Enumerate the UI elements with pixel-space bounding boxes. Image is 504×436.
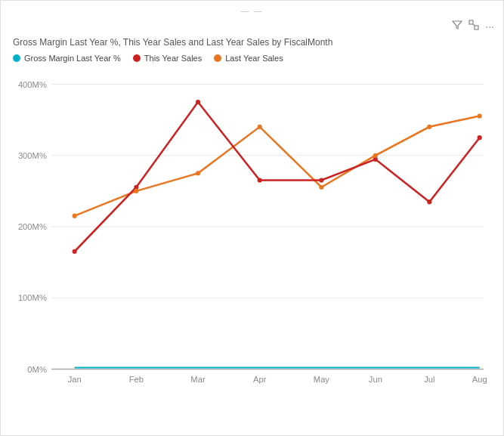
svg-text:0M%: 0M% [27,365,47,374]
legend-dot-last-year [214,54,221,62]
more-options-icon[interactable]: ··· [485,20,494,32]
filter-icon[interactable] [452,20,462,32]
legend-label-last-year: Last Year Sales [225,54,283,63]
focus-mode-icon[interactable] [468,20,479,32]
last-year-dot-mar [196,171,200,175]
this-year-dot-mar [196,100,200,104]
svg-text:Jun: Jun [369,375,382,384]
svg-text:400M%: 400M% [18,80,47,89]
last-year-dot-jul [427,125,431,129]
drag-dots-icon: — — [241,7,263,15]
legend-item-gross-margin: Gross Margin Last Year % [13,54,121,63]
chart-title: Gross Margin Last Year %, This Year Sale… [7,34,497,52]
last-year-dot-jun [373,153,378,158]
legend: Gross Margin Last Year % This Year Sales… [7,52,497,69]
this-year-dot-apr [258,178,262,182]
svg-text:May: May [314,375,330,384]
legend-dot-this-year [133,54,141,62]
last-year-sales-line [75,116,480,215]
svg-line-2 [473,24,475,26]
chart-container: — — ··· Gross Margin Last Year %, This Y… [0,0,504,436]
top-bar: ··· [7,18,497,34]
svg-text:100M%: 100M% [18,293,47,302]
svg-text:200M%: 200M% [18,222,47,231]
last-year-dot-apr [258,125,262,129]
last-year-dot-may [319,185,323,190]
svg-text:Mar: Mar [190,375,206,384]
svg-text:Jul: Jul [424,375,434,384]
last-year-dot-feb [134,189,138,193]
last-year-dot-jan [73,214,77,218]
svg-text:Jan: Jan [68,375,82,384]
legend-item-this-year: This Year Sales [133,54,202,63]
this-year-dot-may [319,178,323,182]
last-year-dot-aug [478,113,482,118]
chart-svg: 400M% 300M% 200M% 100M% 0M% Jan Feb Mar … [13,69,491,386]
svg-text:300M%: 300M% [18,151,47,160]
svg-text:Feb: Feb [129,375,144,384]
this-year-dot-aug [478,135,482,140]
chart-area: 400M% 300M% 200M% 100M% 0M% Jan Feb Mar … [13,69,491,386]
this-year-dot-jan [73,249,77,254]
svg-text:Aug: Aug [472,375,487,384]
legend-dot-gross-margin [13,54,20,62]
svg-text:Apr: Apr [253,375,267,384]
toolbar-icons: ··· [452,20,494,32]
this-year-sales-line [75,102,480,252]
legend-label-gross-margin: Gross Margin Last Year % [24,54,121,63]
drag-handle[interactable]: — — [7,7,497,15]
legend-item-last-year: Last Year Sales [214,54,283,63]
svg-rect-0 [469,20,473,24]
this-year-dot-jul [427,199,431,204]
legend-label-this-year: This Year Sales [144,54,202,63]
svg-rect-1 [475,26,478,29]
